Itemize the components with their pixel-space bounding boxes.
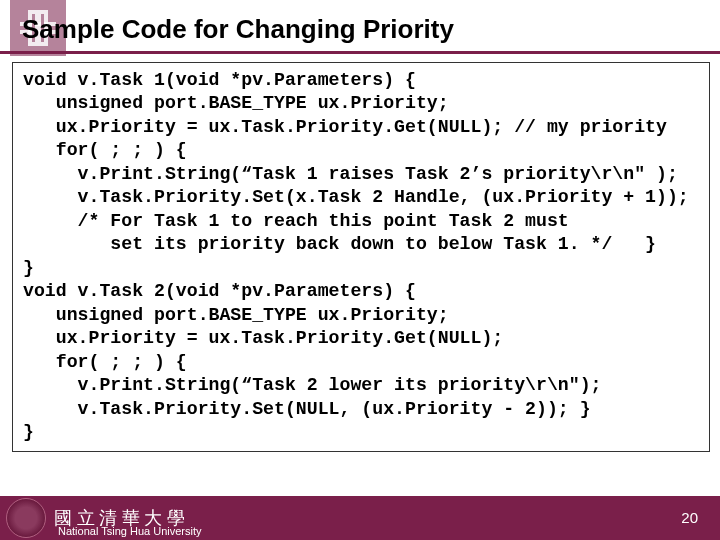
slide-title: Sample Code for Changing Priority: [0, 0, 720, 51]
footer-bar: 國 立 清 華 大 學 National Tsing Hua Universit…: [0, 496, 720, 540]
title-underline: [0, 51, 720, 54]
university-seal-icon: [6, 498, 46, 538]
code-block: void v.Task 1(void *pv.Parameters) { uns…: [12, 62, 710, 452]
page-number: 20: [681, 509, 698, 526]
university-english-name: National Tsing Hua University: [58, 525, 201, 537]
